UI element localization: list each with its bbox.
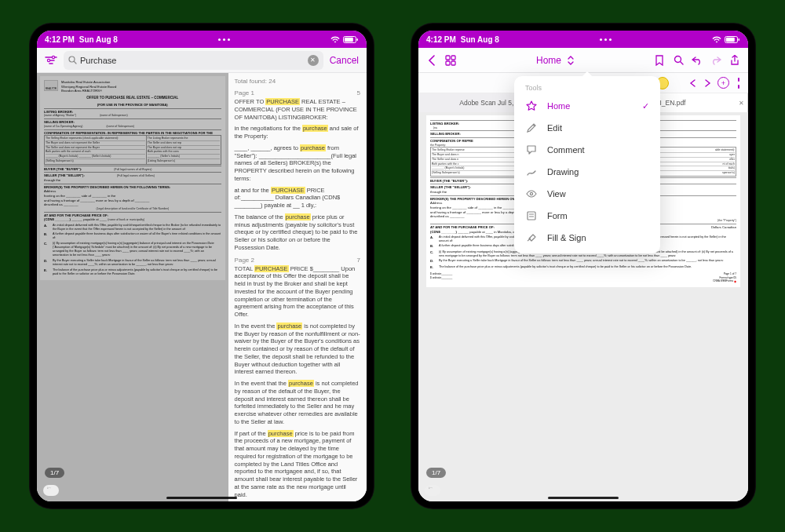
selling-broker-label: SELLING BROKER:	[44, 120, 75, 124]
price-item: A.An initial deposit delivered with this…	[44, 224, 221, 231]
results-total: Total found: 24	[235, 78, 360, 85]
tools-item-form[interactable]: Form	[514, 205, 660, 227]
org-line: Manitoba Real Estate Association	[61, 80, 116, 85]
results-page-label: Page 2	[235, 257, 254, 264]
price-item: B.A further deposit payable three busine…	[44, 232, 221, 240]
ipad-left: 4:12 PM Sun Aug 8 Purchase	[29, 23, 374, 509]
cancel-button[interactable]: Cancel	[328, 55, 360, 66]
property-hint: (the "Property")	[717, 219, 736, 223]
doc-subtitle: (FOR USE IN THE PROVINCE OF MANITOBA)	[44, 103, 221, 107]
search-result-item[interactable]: at and for the PURCHASE PRICE of:_______…	[235, 187, 360, 210]
thumbnails-icon[interactable]	[444, 53, 458, 67]
hint: (name of Salesperson)	[100, 114, 127, 118]
back-icon[interactable]	[425, 53, 439, 67]
fillsign-icon	[525, 232, 538, 243]
svg-rect-17	[738, 85, 739, 89]
chevron-updown-icon[interactable]	[568, 56, 574, 65]
wifi-icon	[330, 36, 340, 43]
seller-label: SELLER (the "Seller"):	[430, 185, 471, 189]
hint: (name of Agency "Broker")	[44, 114, 76, 118]
multitask-dots[interactable]	[600, 38, 612, 41]
tools-item-edit[interactable]: Edit	[514, 117, 660, 139]
home-indicator[interactable]	[166, 497, 237, 499]
tools-item-fill-sign[interactable]: Fill & Sign	[514, 227, 660, 249]
battery-icon	[343, 36, 359, 43]
search-result-item[interactable]: In the event that the purchase is not co…	[235, 380, 360, 426]
property-label: BROKER(s) the PROPERTY described herein …	[44, 185, 170, 189]
check-icon: ✓	[642, 101, 649, 111]
clear-search-icon[interactable]: ✕	[308, 55, 319, 66]
price-item: C.(i) By assumption of existing mortgage…	[44, 242, 221, 258]
search-icon	[68, 56, 77, 64]
undo-button[interactable]: ⃔	[425, 485, 440, 496]
redo-icon[interactable]	[709, 53, 723, 67]
add-icon[interactable]: +	[717, 77, 729, 89]
listing-broker-label: LISTING BROKER:	[430, 122, 459, 126]
tools-item-view[interactable]: View	[514, 183, 660, 205]
search-result-item[interactable]: in the negotiations for the purchase and…	[235, 125, 360, 140]
seller-label: SELLER (the "Seller"):	[44, 173, 85, 177]
comment-icon	[525, 144, 538, 155]
wifi-icon	[712, 36, 721, 43]
search-icon[interactable]	[671, 53, 685, 67]
tools-item-comment[interactable]: Comment	[514, 139, 660, 161]
tools-item-drawing[interactable]: Drawing	[514, 161, 660, 183]
svg-rect-2	[357, 38, 359, 41]
undo-icon[interactable]	[690, 53, 704, 67]
svg-rect-11	[451, 56, 455, 60]
through-label: through the	[430, 190, 447, 194]
search-result-item[interactable]: TOTAL PURCHASE PRICE $________ Upon acce…	[235, 265, 360, 319]
tools-item-label: Drawing	[547, 167, 579, 177]
org-line: Brandon Area REALTORS®	[61, 89, 116, 93]
document-pane[interactable]: REALTOR Manitoba Real Estate Association…	[37, 73, 228, 501]
hint: (name of Co-Operating Agency)	[44, 125, 82, 129]
search-result-item[interactable]: The balance of the purchase price plus o…	[235, 213, 360, 252]
cdn-label: (CDN$ ________)	[44, 217, 71, 221]
search-bar: Purchase ✕ Cancel	[37, 48, 367, 73]
multitask-dots[interactable]	[218, 38, 230, 41]
svg-rect-10	[446, 56, 450, 60]
search-result-item[interactable]: If part of the purchase price is to be p…	[235, 430, 360, 499]
search-results-pane[interactable]: Total found: 24 Page 15 OFFER TO PURCHAS…	[228, 73, 367, 501]
status-time: 4:12 PM	[426, 35, 456, 44]
status-bar: 4:12 PM Sun Aug 8	[418, 31, 748, 48]
search-input[interactable]: Purchase ✕	[64, 51, 323, 70]
document-page: REALTOR Manitoba Real Estate Association…	[40, 76, 225, 280]
toolbar-title[interactable]: Home	[536, 55, 561, 66]
popover-header: Tools	[514, 81, 660, 95]
svg-rect-8	[726, 37, 735, 41]
close-tab-icon[interactable]: ✕	[739, 100, 744, 107]
svg-point-18	[530, 192, 532, 195]
page-indicator: 1/7	[45, 468, 64, 478]
more-icon[interactable]	[736, 78, 742, 89]
svg-rect-13	[451, 61, 455, 65]
realtor-logo: REALTOR	[44, 80, 58, 91]
share-icon[interactable]	[728, 53, 742, 67]
price-item: D.By the Buyer executing a Seller take b…	[430, 259, 736, 264]
svg-rect-1	[345, 37, 353, 41]
hint: (Full legal names of all Buyers)	[114, 168, 152, 171]
cdn-label: (CDN$ ________)	[430, 230, 457, 234]
tools-item-label: View	[547, 189, 566, 199]
search-result-item[interactable]: In the event the purchase is not complet…	[235, 322, 360, 376]
tools-item-label: Fill & Sign	[547, 233, 586, 242]
prev-arrow-icon[interactable]	[689, 79, 697, 87]
tools-item-home[interactable]: Home✓	[514, 95, 660, 117]
tools-item-label: Edit	[547, 123, 562, 133]
price-label: at and for the PURCHASE PRICE of:	[44, 213, 108, 217]
home-indicator[interactable]	[548, 497, 619, 499]
filter-icon[interactable]	[43, 53, 59, 68]
tools-item-label: Home	[547, 101, 570, 111]
svg-rect-12	[446, 61, 450, 65]
page-indicator: 1/7	[426, 468, 446, 478]
bookmark-icon[interactable]	[652, 53, 666, 67]
star-icon	[525, 100, 538, 111]
search-result-item[interactable]: OFFER TO PURCHASE REAL ESTATE – COMMERCI…	[235, 98, 360, 121]
price-item: E.The balance of the purchase price plus…	[430, 265, 736, 270]
search-result-item[interactable]: ____, ______, agrees to purchase from "S…	[235, 144, 360, 183]
status-time: 4:12 PM	[45, 35, 75, 44]
confirmation-label: CONFIRMATION OF REPRE	[430, 139, 473, 143]
undo-button[interactable]: ⃔	[43, 485, 59, 496]
next-arrow-icon[interactable]	[703, 79, 711, 87]
search-value: Purchase	[80, 56, 305, 65]
